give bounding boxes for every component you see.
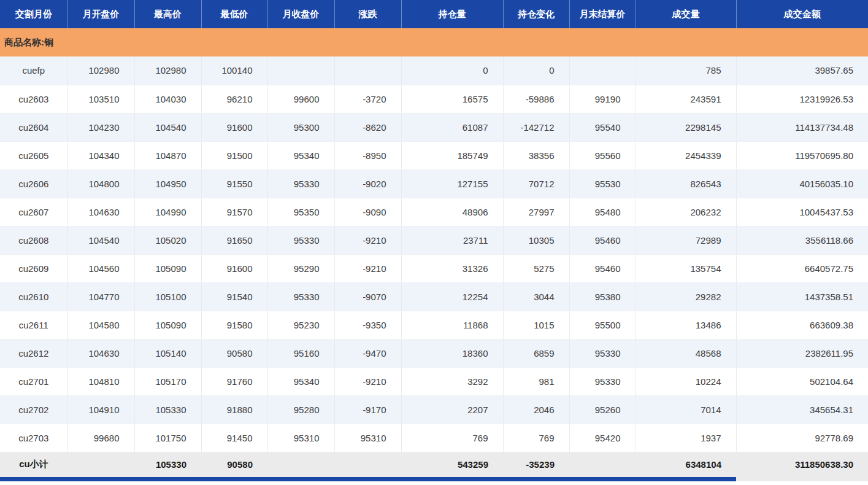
cell-month-open: 99680 bbox=[67, 424, 134, 452]
table-row: cu2610 104770 105100 91540 95330 -9070 1… bbox=[0, 282, 868, 311]
commodity-name-row: 商品名称:铜 bbox=[0, 28, 868, 56]
cell-oi-change: 1015 bbox=[503, 311, 569, 339]
cell-turnover: 1437358.51 bbox=[736, 282, 868, 311]
cell-oi-change: 769 bbox=[503, 424, 569, 452]
cell-oi-change: 10305 bbox=[503, 226, 569, 254]
subtotal-turnover: 311850638.30 bbox=[736, 452, 868, 477]
cell-change: -9020 bbox=[334, 169, 401, 198]
table-row: cu2603 103510 104030 96210 99600 -3720 1… bbox=[0, 85, 868, 113]
cell-volume: 2454339 bbox=[636, 141, 736, 169]
column-header-delivery-month: 交割月份 bbox=[0, 0, 67, 28]
cell-low: 91760 bbox=[201, 367, 267, 395]
cell-open-interest: 48906 bbox=[401, 198, 503, 226]
cell-oi-change: 0 bbox=[503, 56, 569, 85]
cell-oi-change: 5275 bbox=[503, 254, 569, 282]
cell-delivery-month: cu2603 bbox=[0, 85, 67, 113]
cell-month-close: 95280 bbox=[267, 395, 334, 424]
cell-month-open: 103510 bbox=[67, 85, 134, 113]
cell-oi-change: -59886 bbox=[503, 85, 569, 113]
cell-month-close: 95330 bbox=[267, 226, 334, 254]
subtotal-row: cu小计 105330 90580 543259 -35239 6348104 … bbox=[0, 452, 868, 477]
column-header-month-open: 月开盘价 bbox=[67, 0, 134, 28]
cell-month-open: 104770 bbox=[67, 282, 134, 311]
table-row: cu2609 104560 105090 91600 95290 -9210 3… bbox=[0, 254, 868, 282]
commodity-name-label: 商品名称:铜 bbox=[0, 28, 868, 56]
cell-change: -9470 bbox=[334, 339, 401, 367]
cell-month-close: 95160 bbox=[267, 339, 334, 367]
subtotal-volume: 6348104 bbox=[636, 452, 736, 477]
subtotal-change bbox=[334, 452, 401, 477]
subtotal-section: cu小计 105330 90580 543259 -35239 6348104 … bbox=[0, 452, 868, 477]
cell-delivery-month: cu2701 bbox=[0, 367, 67, 395]
column-header-month-end-settle: 月末结算价 bbox=[569, 0, 636, 28]
cell-turnover: 663609.38 bbox=[736, 311, 868, 339]
cell-open-interest: 2207 bbox=[401, 395, 503, 424]
cell-low: 91580 bbox=[201, 311, 267, 339]
cell-delivery-month: cu2610 bbox=[0, 282, 67, 311]
cell-oi-change: 70712 bbox=[503, 169, 569, 198]
subtotal-oi: 543259 bbox=[401, 452, 503, 477]
cell-volume: 785 bbox=[636, 56, 736, 85]
table-row: cu2604 104230 104540 91600 95300 -8620 6… bbox=[0, 113, 868, 141]
cell-month-open: 104540 bbox=[67, 226, 134, 254]
cell-month-close bbox=[267, 56, 334, 85]
cell-month-open: 104910 bbox=[67, 395, 134, 424]
cell-month-open: 104340 bbox=[67, 141, 134, 169]
cell-delivery-month: cu2703 bbox=[0, 424, 67, 452]
cell-change bbox=[334, 56, 401, 85]
cell-month-end-settle: 95380 bbox=[569, 282, 636, 311]
cell-month-end-settle: 95560 bbox=[569, 141, 636, 169]
column-header-open-interest: 持仓量 bbox=[401, 0, 503, 28]
cell-change: -9090 bbox=[334, 198, 401, 226]
cell-volume: 135754 bbox=[636, 254, 736, 282]
cell-oi-change: 38356 bbox=[503, 141, 569, 169]
cell-high: 102980 bbox=[134, 56, 201, 85]
cell-high: 105330 bbox=[134, 395, 201, 424]
table-row: cu2702 104910 105330 91880 95280 -9170 2… bbox=[0, 395, 868, 424]
cell-turnover: 6640572.75 bbox=[736, 254, 868, 282]
cell-high: 104990 bbox=[134, 198, 201, 226]
table-row: cu2611 104580 105090 91580 95230 -9350 1… bbox=[0, 311, 868, 339]
cell-change: -9210 bbox=[334, 367, 401, 395]
table-row: cu2606 104800 104950 91550 95330 -9020 1… bbox=[0, 169, 868, 198]
column-header-turnover: 成交金额 bbox=[736, 0, 868, 28]
table-header: 交割月份 月开盘价 最高价 最低价 月收盘价 涨跌 持仓量 持仓变化 月末结算价… bbox=[0, 0, 868, 28]
cell-month-end-settle bbox=[569, 56, 636, 85]
horizontal-scrollbar[interactable] bbox=[0, 477, 868, 481]
cell-month-end-settle: 95460 bbox=[569, 226, 636, 254]
commodity-band: 商品名称:铜 bbox=[0, 28, 868, 56]
cell-oi-change: 3044 bbox=[503, 282, 569, 311]
cell-turnover: 12319926.53 bbox=[736, 85, 868, 113]
cell-volume: 7014 bbox=[636, 395, 736, 424]
cell-change: -3720 bbox=[334, 85, 401, 113]
cell-delivery-month: cu2606 bbox=[0, 169, 67, 198]
cell-month-close: 95300 bbox=[267, 113, 334, 141]
cell-turnover: 114137734.48 bbox=[736, 113, 868, 141]
table-row: cu2608 104540 105020 91650 95330 -9210 2… bbox=[0, 226, 868, 254]
cell-low: 91540 bbox=[201, 282, 267, 311]
cell-low: 91450 bbox=[201, 424, 267, 452]
cell-open-interest: 61087 bbox=[401, 113, 503, 141]
cell-month-open: 104560 bbox=[67, 254, 134, 282]
cell-low: 91600 bbox=[201, 254, 267, 282]
cell-month-close: 95340 bbox=[267, 141, 334, 169]
cell-turnover: 3556118.66 bbox=[736, 226, 868, 254]
table-row: cu2607 104630 104990 91570 95350 -9090 4… bbox=[0, 198, 868, 226]
table-row: cu2703 99680 101750 91450 95310 95310 76… bbox=[0, 424, 868, 452]
cell-open-interest: 127155 bbox=[401, 169, 503, 198]
cell-high: 105090 bbox=[134, 311, 201, 339]
subtotal-open bbox=[67, 452, 134, 477]
subtotal-oi-change: -35239 bbox=[503, 452, 569, 477]
cell-month-close: 95330 bbox=[267, 282, 334, 311]
cell-change: -9070 bbox=[334, 282, 401, 311]
cell-change: -9350 bbox=[334, 311, 401, 339]
subtotal-close bbox=[267, 452, 334, 477]
cell-low: 91600 bbox=[201, 113, 267, 141]
cell-oi-change: 981 bbox=[503, 367, 569, 395]
cell-volume: 826543 bbox=[636, 169, 736, 198]
scrollbar-thumb[interactable] bbox=[0, 477, 736, 481]
cell-month-close: 95340 bbox=[267, 367, 334, 395]
cell-volume: 29282 bbox=[636, 282, 736, 311]
cell-change: -8950 bbox=[334, 141, 401, 169]
cell-high: 101750 bbox=[134, 424, 201, 452]
